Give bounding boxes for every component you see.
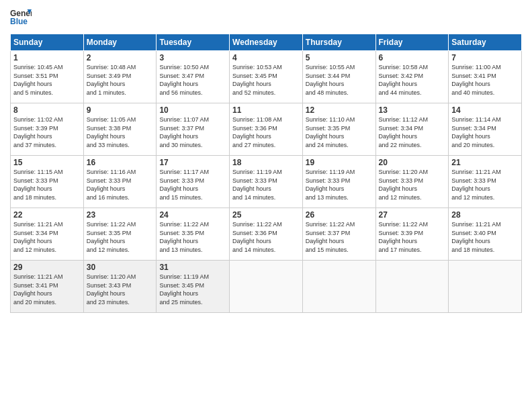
day-cell: 7 Sunrise: 11:00 AM Sunset: 3:41 PM Dayl… <box>449 51 522 103</box>
day-number: 6 <box>379 53 446 62</box>
day-number: 15 <box>13 158 81 167</box>
week-row-4: 22 Sunrise: 11:21 AM Sunset: 3:34 PM Day… <box>11 208 522 261</box>
day-info: Sunrise: 10:58 AM Sunset: 3:42 PM Daylig… <box>379 63 446 97</box>
day-cell: 8 Sunrise: 11:02 AM Sunset: 3:39 PM Dayl… <box>11 103 84 156</box>
col-header-monday: Monday <box>83 34 157 51</box>
day-cell: 29 Sunrise: 11:21 AM Sunset: 3:41 PM Day… <box>11 261 84 313</box>
day-number: 22 <box>13 210 81 220</box>
col-header-saturday: Saturday <box>449 34 522 51</box>
day-number: 11 <box>232 105 300 115</box>
day-number: 18 <box>232 158 300 167</box>
day-cell: 9 Sunrise: 11:05 AM Sunset: 3:38 PM Dayl… <box>83 103 157 156</box>
day-cell: 6 Sunrise: 10:58 AM Sunset: 3:42 PM Dayl… <box>375 51 449 103</box>
day-cell: 4 Sunrise: 10:53 AM Sunset: 3:45 PM Dayl… <box>230 51 303 103</box>
day-cell: 13 Sunrise: 11:12 AM Sunset: 3:34 PM Day… <box>375 103 449 156</box>
day-cell <box>230 261 303 313</box>
day-cell: 17 Sunrise: 11:17 AM Sunset: 3:33 PM Day… <box>157 156 230 208</box>
day-number: 28 <box>451 210 519 220</box>
day-number: 3 <box>159 53 226 62</box>
day-number: 24 <box>159 210 226 220</box>
day-cell: 31 Sunrise: 11:19 AM Sunset: 3:45 PM Day… <box>157 261 230 313</box>
day-cell: 21 Sunrise: 11:21 AM Sunset: 3:33 PM Day… <box>449 156 522 208</box>
day-cell: 24 Sunrise: 11:22 AM Sunset: 3:35 PM Day… <box>157 208 230 261</box>
calendar-header-row: SundayMondayTuesdayWednesdayThursdayFrid… <box>11 34 522 51</box>
logo-icon: General Blue <box>10 7 32 28</box>
day-info: Sunrise: 11:17 AM Sunset: 3:33 PM Daylig… <box>159 168 226 201</box>
day-info: Sunrise: 11:21 AM Sunset: 3:40 PM Daylig… <box>451 220 519 254</box>
day-cell: 5 Sunrise: 10:55 AM Sunset: 3:44 PM Dayl… <box>302 51 375 103</box>
day-cell: 1 Sunrise: 10:45 AM Sunset: 3:51 PM Dayl… <box>11 51 84 103</box>
day-number: 23 <box>87 210 154 220</box>
page: General Blue SundayMondayTuesdayWednesda… <box>0 0 532 411</box>
day-number: 20 <box>379 158 446 167</box>
day-info: Sunrise: 11:02 AM Sunset: 3:39 PM Daylig… <box>13 116 81 149</box>
day-number: 10 <box>159 105 226 115</box>
day-cell: 26 Sunrise: 11:22 AM Sunset: 3:37 PM Day… <box>302 208 375 261</box>
day-number: 30 <box>87 263 154 272</box>
day-info: Sunrise: 11:14 AM Sunset: 3:34 PM Daylig… <box>451 116 519 149</box>
day-info: Sunrise: 10:45 AM Sunset: 3:51 PM Daylig… <box>13 63 81 97</box>
day-cell: 28 Sunrise: 11:21 AM Sunset: 3:40 PM Day… <box>449 208 522 261</box>
day-number: 25 <box>232 210 300 220</box>
day-cell: 19 Sunrise: 11:19 AM Sunset: 3:33 PM Day… <box>302 156 375 208</box>
day-cell: 23 Sunrise: 11:22 AM Sunset: 3:35 PM Day… <box>83 208 157 261</box>
day-info: Sunrise: 11:05 AM Sunset: 3:38 PM Daylig… <box>87 116 154 149</box>
day-info: Sunrise: 10:55 AM Sunset: 3:44 PM Daylig… <box>306 63 373 97</box>
day-number: 8 <box>13 105 81 115</box>
day-cell: 25 Sunrise: 11:22 AM Sunset: 3:36 PM Day… <box>230 208 303 261</box>
day-number: 27 <box>379 210 446 220</box>
day-number: 26 <box>306 210 373 220</box>
day-info: Sunrise: 11:21 AM Sunset: 3:33 PM Daylig… <box>451 168 519 201</box>
calendar-table: SundayMondayTuesdayWednesdayThursdayFrid… <box>10 34 522 313</box>
day-cell: 10 Sunrise: 11:07 AM Sunset: 3:37 PM Day… <box>157 103 230 156</box>
day-number: 7 <box>451 53 519 62</box>
logo: General Blue <box>10 7 32 28</box>
day-cell: 30 Sunrise: 11:20 AM Sunset: 3:43 PM Day… <box>83 261 157 313</box>
day-cell <box>375 261 449 313</box>
day-number: 21 <box>451 158 519 167</box>
week-row-2: 8 Sunrise: 11:02 AM Sunset: 3:39 PM Dayl… <box>11 103 522 156</box>
day-cell: 20 Sunrise: 11:20 AM Sunset: 3:33 PM Day… <box>375 156 449 208</box>
day-info: Sunrise: 11:22 AM Sunset: 3:36 PM Daylig… <box>232 220 300 254</box>
day-info: Sunrise: 11:22 AM Sunset: 3:39 PM Daylig… <box>379 220 446 254</box>
day-info: Sunrise: 10:48 AM Sunset: 3:49 PM Daylig… <box>87 63 154 97</box>
day-number: 5 <box>306 53 373 62</box>
day-info: Sunrise: 11:00 AM Sunset: 3:41 PM Daylig… <box>451 63 519 97</box>
day-number: 1 <box>13 53 81 62</box>
day-info: Sunrise: 11:08 AM Sunset: 3:36 PM Daylig… <box>232 116 300 149</box>
day-info: Sunrise: 11:12 AM Sunset: 3:34 PM Daylig… <box>379 116 446 149</box>
day-cell: 22 Sunrise: 11:21 AM Sunset: 3:34 PM Day… <box>11 208 84 261</box>
col-header-wednesday: Wednesday <box>230 34 303 51</box>
day-info: Sunrise: 11:22 AM Sunset: 3:35 PM Daylig… <box>87 220 154 254</box>
col-header-sunday: Sunday <box>11 34 84 51</box>
day-number: 12 <box>306 105 373 115</box>
day-cell: 14 Sunrise: 11:14 AM Sunset: 3:34 PM Day… <box>449 103 522 156</box>
day-info: Sunrise: 11:15 AM Sunset: 3:33 PM Daylig… <box>13 168 81 201</box>
day-number: 13 <box>379 105 446 115</box>
day-cell: 3 Sunrise: 10:50 AM Sunset: 3:47 PM Dayl… <box>157 51 230 103</box>
day-info: Sunrise: 11:19 AM Sunset: 3:33 PM Daylig… <box>232 168 300 201</box>
day-cell: 27 Sunrise: 11:22 AM Sunset: 3:39 PM Day… <box>375 208 449 261</box>
day-number: 29 <box>13 263 81 272</box>
day-number: 14 <box>451 105 519 115</box>
day-cell <box>302 261 375 313</box>
day-info: Sunrise: 10:53 AM Sunset: 3:45 PM Daylig… <box>232 63 300 97</box>
day-info: Sunrise: 11:10 AM Sunset: 3:35 PM Daylig… <box>306 116 373 149</box>
col-header-tuesday: Tuesday <box>157 34 230 51</box>
day-number: 19 <box>306 158 373 167</box>
svg-text:Blue: Blue <box>10 17 28 26</box>
day-cell: 2 Sunrise: 10:48 AM Sunset: 3:49 PM Dayl… <box>83 51 157 103</box>
day-info: Sunrise: 11:22 AM Sunset: 3:37 PM Daylig… <box>306 220 373 254</box>
day-info: Sunrise: 11:16 AM Sunset: 3:33 PM Daylig… <box>87 168 154 201</box>
day-info: Sunrise: 11:19 AM Sunset: 3:45 PM Daylig… <box>159 273 226 306</box>
day-info: Sunrise: 11:22 AM Sunset: 3:35 PM Daylig… <box>159 220 226 254</box>
col-header-thursday: Thursday <box>302 34 375 51</box>
day-number: 9 <box>87 105 154 115</box>
day-number: 31 <box>159 263 226 272</box>
week-row-1: 1 Sunrise: 10:45 AM Sunset: 3:51 PM Dayl… <box>11 51 522 103</box>
day-info: Sunrise: 10:50 AM Sunset: 3:47 PM Daylig… <box>159 63 226 97</box>
day-cell: 11 Sunrise: 11:08 AM Sunset: 3:36 PM Day… <box>230 103 303 156</box>
col-header-friday: Friday <box>375 34 449 51</box>
day-number: 17 <box>159 158 226 167</box>
day-number: 4 <box>232 53 300 62</box>
